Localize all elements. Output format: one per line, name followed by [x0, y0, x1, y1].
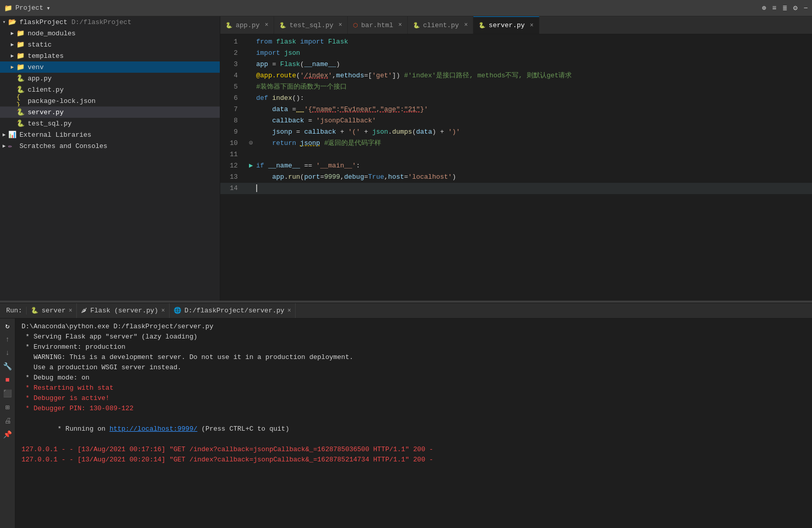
sidebar-root[interactable]: ▾ 📂 flaskProject D:/flaskProject [0, 16, 220, 28]
sidebar-item-client-py[interactable]: ▶ 🐍 client.py [0, 84, 220, 95]
stop-icon[interactable]: ■ [5, 376, 9, 384]
terminal-line-6: * Debug mode: on [22, 373, 806, 383]
run-tabs-bar: Run: 🐍 server × 🌶 Flask (server.py) × 🌐 … [0, 303, 812, 319]
code-line-6: 6 def index(): [220, 93, 812, 104]
line-content-10: return jsonp #返回的是代码字样 [256, 138, 808, 149]
main-layout: ▾ 📂 flaskProject D:/flaskProject ▶ 📁 nod… [0, 16, 812, 301]
venv-label: venv [28, 64, 220, 71]
tab-test-sql-py[interactable]: 🐍 test_sql.py × [274, 16, 348, 34]
templates-icon: 📁 [16, 52, 26, 60]
app-py-icon: 🐍 [16, 74, 26, 82]
scroll-up-icon[interactable]: ↑ [5, 335, 9, 344]
line-content-5: #装饰器下面的函数为一个接口 [256, 81, 808, 93]
line-content-9: jsonp = callback + '(' + json.dumps(data… [256, 126, 808, 138]
venv-icon: 📁 [16, 63, 26, 71]
app-py-tab-label: app.py [236, 22, 260, 29]
code-line-11: 11 [220, 149, 812, 160]
server-py-icon: 🐍 [16, 108, 26, 116]
sidebar-item-templates[interactable]: ▶ 📁 templates [0, 50, 220, 61]
sidebar-item-package-lock[interactable]: ▶ { } package-lock.json [0, 95, 220, 107]
grid-icon[interactable]: ≣ [783, 4, 787, 12]
restart-icon[interactable]: ↻ [5, 322, 9, 330]
code-line-10: 10 ⊙ return jsonp #返回的是代码字样 [220, 138, 812, 149]
sidebar-item-external-libraries[interactable]: ▶ 📊 External Libraries [0, 129, 220, 140]
code-line-2: 2 import json [220, 48, 812, 59]
title-bar-dropdown[interactable]: ▾ [47, 4, 51, 12]
tabs-bar: 🐍 app.py × 🐍 test_sql.py × ⬡ bar.html × … [220, 16, 812, 34]
line-number-9: 9 [220, 126, 246, 138]
code-editor[interactable]: 1 from flask import Flask 2 import json … [220, 34, 812, 301]
terminal-line-4: WARNING: This is a development server. D… [22, 352, 806, 363]
code-line-7: 7 data =__'{"name":"Ev1near","age":"21"}… [220, 104, 812, 115]
templates-label: templates [28, 52, 220, 60]
tab-app-py[interactable]: 🐍 app.py × [220, 16, 274, 34]
line-number-3: 3 [220, 59, 246, 70]
terminal-content[interactable]: D:\Anaconda\python.exe D:/flaskProject/s… [15, 319, 812, 528]
settings-icon[interactable]: ⚙ [793, 4, 797, 12]
tab-server-py[interactable]: 🐍 server.py × [473, 16, 539, 34]
title-bar-project[interactable]: Project [15, 4, 44, 12]
static-arrow: ▶ [8, 41, 16, 48]
run-tab-server[interactable]: 🐍 server × [27, 303, 77, 318]
line-number-6: 6 [220, 93, 246, 104]
code-line-1: 1 from flask import Flask [220, 36, 812, 48]
sidebar: ▾ 📂 flaskProject D:/flaskProject ▶ 📁 nod… [0, 16, 220, 301]
tab-client-py[interactable]: 🐍 client.py × [408, 16, 473, 34]
bar-html-tab-close[interactable]: × [398, 22, 402, 29]
flask-run-tab-close[interactable]: × [161, 307, 165, 314]
path-run-tab-close[interactable]: × [287, 307, 291, 314]
terminal-line-9: * Debugger PIN: 130-089-122 [22, 404, 806, 414]
line-content-2: import json [256, 48, 808, 59]
terminal-icon[interactable]: ⬛ [3, 389, 12, 398]
scratches-icon: ✏ [8, 142, 17, 150]
sidebar-item-app-py[interactable]: ▶ 🐍 app.py [0, 73, 220, 84]
venv-arrow: ▶ [8, 64, 16, 70]
client-py-tab-icon: 🐍 [413, 22, 420, 29]
code-line-9: 9 jsonp = callback + '(' + json.dumps(da… [220, 126, 812, 138]
app-py-tab-close[interactable]: × [265, 22, 268, 29]
server-py-tab-close[interactable]: × [530, 22, 533, 29]
sidebar-item-venv[interactable]: ▶ 📁 venv [0, 61, 220, 73]
client-py-label: client.py [28, 86, 220, 94]
code-line-5: 5 #装饰器下面的函数为一个接口 [220, 81, 812, 93]
minimize-icon[interactable]: − [804, 4, 808, 12]
line-number-10: 10 [220, 138, 246, 149]
test-sql-tab-close[interactable]: × [339, 22, 342, 29]
project-icon: 📁 [4, 4, 12, 12]
sidebar-item-server-py[interactable]: ▶ 🐍 server.py [0, 107, 220, 118]
run-tab-path[interactable]: 🌐 D:/flaskProject/server.py × [170, 303, 296, 318]
line-gutter-12: ▶ [246, 160, 256, 172]
tab-bar-html[interactable]: ⬡ bar.html × [348, 16, 408, 34]
server-run-tab-label: server [41, 307, 66, 314]
run-label: Run: [2, 307, 27, 314]
client-py-tab-close[interactable]: × [464, 22, 468, 29]
terminal-line-10: * Running on http://localhost:9999/ (Pre… [22, 414, 806, 445]
run-tab-flask[interactable]: 🌶 Flask (server.py) × [77, 303, 170, 318]
wrench-icon[interactable]: 🔧 [3, 362, 12, 371]
line-number-4: 4 [220, 70, 246, 81]
terminal-line-3: * Environment: production [22, 342, 806, 352]
print-icon[interactable]: 🖨 [4, 417, 11, 425]
flask-run-tab-icon: 🌶 [81, 307, 87, 314]
scroll-down-icon[interactable]: ↓ [5, 349, 9, 357]
pin-icon[interactable]: 📌 [3, 430, 12, 439]
filter-icon[interactable]: ⊞ [5, 403, 9, 412]
list-icon[interactable]: ≡ [772, 4, 776, 12]
sidebar-item-scratches[interactable]: ▶ ✏ Scratches and Consoles [0, 140, 220, 152]
add-icon[interactable]: ⊕ [762, 4, 766, 12]
code-line-14: 14 ​ [220, 183, 812, 194]
sidebar-item-node-modules[interactable]: ▶ 📁 node_modules [0, 28, 220, 39]
line-number-14: 14 [220, 183, 246, 194]
line-content-8: callback = 'jsonpCallback' [256, 115, 808, 126]
line-gutter-10: ⊙ [246, 138, 256, 149]
scratches-label: Scratches and Consoles [19, 142, 220, 150]
sidebar-item-static[interactable]: ▶ 📁 static [0, 39, 220, 50]
terminal-line-2: * Serving Flask app "server" (lazy loadi… [22, 332, 806, 342]
line-content-6: def index(): [256, 93, 808, 104]
terminal-running-link[interactable]: http://localhost:9999/ [110, 425, 198, 433]
server-py-label: server.py [28, 109, 220, 116]
static-icon: 📁 [16, 40, 26, 49]
sidebar-item-test-sql-py[interactable]: ▶ 🐍 test_sql.py [0, 118, 220, 129]
code-line-4: 4 @app.route('/index',methods=['get']) #… [220, 70, 812, 81]
server-run-tab-close[interactable]: × [69, 307, 72, 314]
